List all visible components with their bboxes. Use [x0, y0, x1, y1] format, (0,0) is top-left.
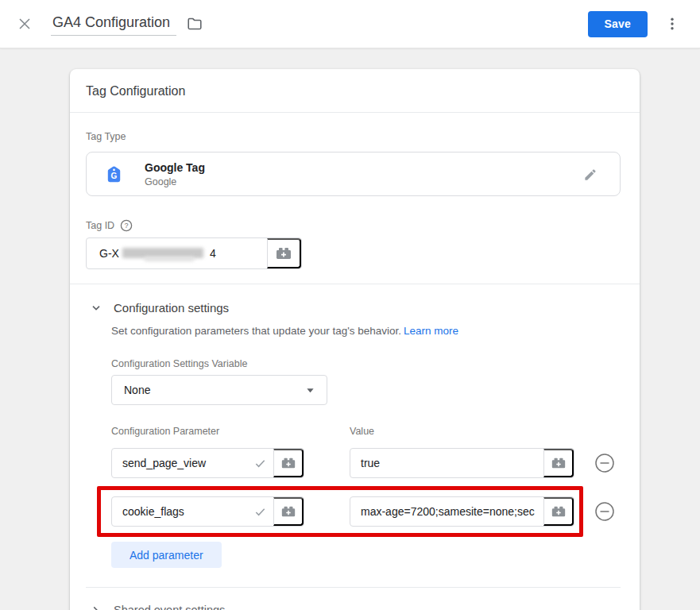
value-variable-picker-button[interactable] — [543, 449, 574, 477]
remove-parameter-button[interactable] — [594, 453, 615, 473]
configuration-settings-description: Set configuration parameters that update… — [111, 325, 621, 337]
tag-id-input[interactable]: G-X 4 — [87, 238, 267, 268]
parameter-row: send_page_view tru — [111, 448, 621, 478]
tag-id-prefix: G-X — [99, 247, 119, 260]
tag-id-label: Tag ID — [86, 220, 114, 231]
tag-type-selector[interactable]: G Google Tag Google — [86, 152, 621, 196]
brick-plus-icon — [280, 504, 296, 519]
shared-event-settings-title: Shared event settings — [114, 604, 225, 610]
close-icon — [17, 16, 33, 32]
section-divider — [70, 284, 640, 284]
param-input-group: cookie_flags — [111, 496, 304, 527]
close-button[interactable] — [11, 10, 38, 37]
more-options-button[interactable] — [659, 10, 686, 37]
add-parameter-button[interactable]: Add parameter — [111, 542, 222, 568]
dropdown-value: None — [124, 384, 150, 396]
value-column-label: Value — [350, 426, 374, 437]
red-highlight-box: cookie_flags — [97, 486, 583, 537]
folder-icon — [186, 15, 203, 33]
tag-type-label: Tag Type — [86, 131, 621, 142]
param-name-input[interactable]: send_page_view — [112, 449, 273, 477]
param-name-input[interactable]: cookie_flags — [112, 497, 273, 526]
page-content: Tag Configuration Tag Type G Google Tag … — [0, 48, 700, 610]
tag-id-suffix: 4 — [210, 247, 216, 260]
tag-configuration-card: Tag Configuration Tag Type G Google Tag … — [70, 69, 640, 610]
save-button[interactable]: Save — [588, 11, 648, 37]
param-value-input[interactable]: true — [350, 449, 543, 477]
parameter-row-highlighted: cookie_flags — [111, 486, 621, 537]
remove-circle-icon — [594, 501, 615, 522]
description-text: Set configuration parameters that update… — [111, 325, 401, 337]
param-variable-picker-button[interactable] — [273, 449, 304, 477]
chevron-right-icon — [90, 604, 102, 610]
config-settings-variable-dropdown[interactable]: None — [111, 375, 327, 405]
param-name-text: cookie_flags — [122, 505, 184, 518]
config-settings-variable-label: Configuration Settings Variable — [111, 358, 621, 369]
brick-plus-icon — [551, 455, 567, 471]
edit-tag-type-button[interactable] — [577, 160, 604, 187]
shared-event-settings-header[interactable]: Shared event settings — [86, 588, 621, 610]
tag-name-field[interactable]: GA4 Configuration — [51, 12, 176, 36]
param-name-text: send_page_view — [122, 457, 206, 469]
top-bar: GA4 Configuration Save — [0, 0, 700, 48]
parameter-rows: send_page_view tru — [111, 448, 621, 537]
tag-type-name: Google Tag — [145, 161, 205, 174]
brick-plus-icon — [280, 455, 296, 471]
remove-circle-icon — [594, 453, 615, 473]
redacted-tag-id — [121, 246, 208, 261]
value-input-group: true — [350, 448, 574, 478]
tag-id-input-group: G-X 4 — [86, 237, 302, 269]
brick-plus-icon — [551, 504, 567, 519]
chevron-down-icon — [90, 302, 102, 315]
param-input-group: send_page_view — [111, 448, 304, 478]
page-title: GA4 Configuration — [52, 14, 170, 30]
param-value-text: max-age=7200;samesite=none;sec — [361, 505, 535, 518]
pencil-icon — [583, 167, 598, 182]
tag-id-variable-picker-button[interactable] — [267, 238, 301, 268]
google-tag-icon: G — [104, 164, 124, 184]
configuration-settings-header[interactable]: Configuration settings — [86, 301, 621, 315]
tag-icon-letter: G — [104, 172, 124, 180]
tag-type-vendor: Google — [145, 176, 205, 187]
card-title: Tag Configuration — [70, 69, 640, 113]
brick-plus-icon — [275, 245, 292, 262]
param-variable-picker-button[interactable] — [273, 497, 304, 526]
parameter-column-label: Configuration Parameter — [111, 426, 350, 437]
folder-button[interactable] — [181, 10, 208, 37]
kebab-menu-icon — [664, 16, 680, 32]
checkmark-icon — [249, 505, 267, 519]
remove-parameter-button[interactable] — [594, 501, 615, 522]
param-value-input[interactable]: max-age=7200;samesite=none;sec — [350, 497, 543, 526]
value-input-group: max-age=7200;samesite=none;sec — [350, 496, 574, 527]
learn-more-link[interactable]: Learn more — [404, 325, 458, 337]
value-variable-picker-button[interactable] — [543, 497, 574, 526]
help-icon[interactable]: ? — [120, 219, 133, 232]
param-value-text: true — [361, 457, 380, 469]
svg-text:?: ? — [125, 222, 129, 230]
configuration-settings-title: Configuration settings — [114, 301, 229, 315]
dropdown-arrow-icon — [306, 386, 315, 395]
checkmark-icon — [249, 457, 267, 470]
